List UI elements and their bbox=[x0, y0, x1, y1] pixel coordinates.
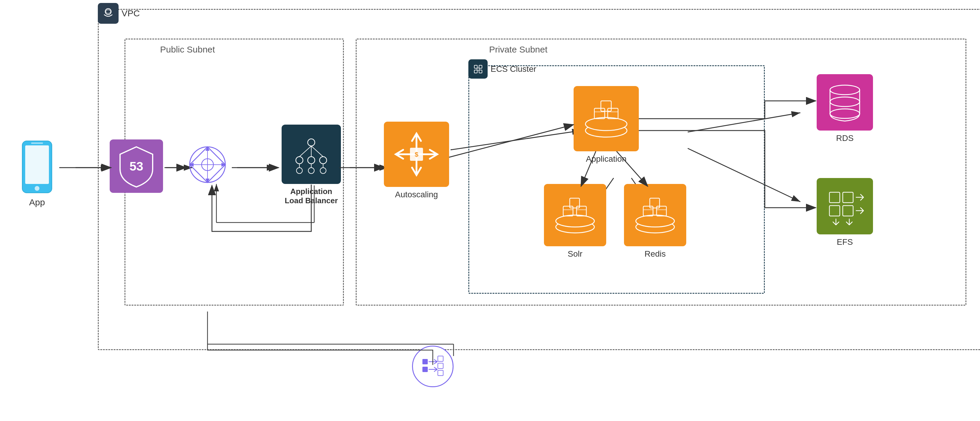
svg-point-74 bbox=[830, 109, 860, 118]
ecs-icon-box: ECS Cluster bbox=[468, 59, 536, 79]
vpc-label: VPC bbox=[121, 8, 140, 18]
alb-icon-box: Application Load Balancer bbox=[278, 124, 344, 205]
svg-rect-80 bbox=[843, 192, 853, 203]
svg-rect-21 bbox=[479, 70, 482, 73]
autoscaling-label: Autoscaling bbox=[395, 190, 438, 199]
svg-rect-24 bbox=[25, 145, 49, 184]
efs-label: EFS bbox=[837, 238, 853, 247]
app-icon-box: App bbox=[18, 139, 56, 207]
svg-line-42 bbox=[311, 146, 323, 157]
solr-icon-box: Solr bbox=[542, 184, 608, 259]
svg-point-36 bbox=[308, 139, 315, 146]
svg-rect-79 bbox=[829, 192, 840, 203]
svg-point-39 bbox=[320, 157, 327, 164]
ecs-cluster-label: ECS Cluster bbox=[491, 64, 536, 74]
svg-point-17 bbox=[106, 10, 111, 13]
svg-point-72 bbox=[830, 85, 860, 95]
svg-point-38 bbox=[308, 157, 315, 164]
svg-rect-84 bbox=[422, 367, 428, 372]
private-subnet-label: Private Subnet bbox=[489, 45, 547, 54]
svg-rect-83 bbox=[422, 359, 428, 364]
svg-point-45 bbox=[320, 167, 326, 174]
redis-icon-box: Redis bbox=[622, 184, 688, 259]
svg-point-52 bbox=[585, 118, 627, 131]
svg-point-25 bbox=[35, 186, 40, 191]
svg-point-37 bbox=[296, 157, 303, 164]
svg-rect-87 bbox=[438, 370, 443, 376]
svg-point-44 bbox=[308, 167, 314, 174]
svg-point-16 bbox=[105, 9, 111, 14]
svg-point-43 bbox=[296, 167, 302, 174]
svg-point-59 bbox=[556, 215, 594, 227]
vpc-icon-box: VPC bbox=[98, 3, 140, 24]
efs-icon-box: EFS bbox=[815, 178, 875, 247]
svg-rect-19 bbox=[479, 65, 482, 68]
svg-point-66 bbox=[636, 215, 675, 227]
solr-label: Solr bbox=[568, 249, 582, 259]
svg-text:$: $ bbox=[415, 151, 418, 158]
svg-point-22 bbox=[477, 68, 479, 70]
svg-point-73 bbox=[830, 97, 860, 107]
public-subnet-label: Public Subnet bbox=[160, 45, 215, 54]
svg-line-40 bbox=[299, 146, 311, 157]
svg-rect-81 bbox=[829, 206, 840, 216]
autoscaling-icon-box: $ Autoscaling bbox=[382, 122, 450, 199]
diagram-container: VPC Public Subnet Private Subnet ECS Clu… bbox=[0, 0, 980, 421]
rds-icon-box: RDS bbox=[815, 74, 875, 143]
rds-label: RDS bbox=[836, 134, 853, 143]
svg-rect-20 bbox=[474, 70, 477, 73]
application-icon-box: Application bbox=[572, 86, 640, 164]
svg-rect-55 bbox=[601, 101, 611, 111]
svg-rect-82 bbox=[843, 206, 853, 216]
global-accelerator-icon-box bbox=[184, 141, 231, 188]
route53-icon-box: 53 bbox=[110, 139, 163, 193]
svg-rect-85 bbox=[438, 356, 443, 361]
kinesis-icon-box bbox=[410, 344, 455, 389]
app-label: App bbox=[29, 197, 45, 207]
svg-rect-18 bbox=[474, 65, 477, 68]
svg-text:53: 53 bbox=[130, 159, 143, 173]
svg-rect-26 bbox=[31, 142, 43, 144]
application-label: Application bbox=[586, 154, 627, 164]
alb-label: Application Load Balancer bbox=[285, 187, 337, 205]
redis-label: Redis bbox=[644, 249, 666, 259]
svg-rect-86 bbox=[438, 363, 443, 368]
